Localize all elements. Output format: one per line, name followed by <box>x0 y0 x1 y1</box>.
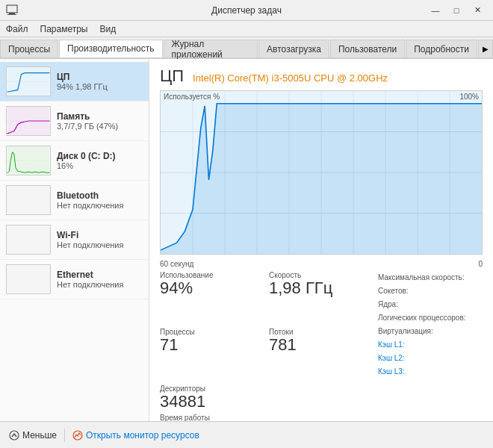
disk-value: 16% <box>57 161 116 170</box>
stat-handles-outer: Дескрипторы 34881 <box>160 385 264 411</box>
cpu-value: 94% 1,98 ГГц <box>57 82 108 91</box>
wifi-thumb <box>6 225 51 255</box>
chart-x-right: 0 <box>478 260 483 268</box>
tab-scroll-right[interactable]: ▶ <box>478 40 493 57</box>
rstat-label2: Сокетов: <box>378 284 483 298</box>
svg-point-22 <box>10 431 19 440</box>
sidebar: ЦП 94% 1,98 ГГц Память 3,7/7,9 ГБ (47%) <box>0 59 149 421</box>
rstat-label5: Виртуализация: <box>378 325 483 338</box>
maximize-button[interactable]: □ <box>447 3 466 18</box>
sidebar-item-memory[interactable]: Память 3,7/7,9 ГБ (47%) <box>0 102 149 141</box>
ethernet-info: Ethernet Нет подключения <box>57 270 123 289</box>
stat-speed-value: 1,98 ГГц <box>269 279 373 297</box>
cpu-info: ЦП 94% 1,98 ГГц <box>57 72 108 91</box>
stat-uptime: Время работы 0:00:18:02 <box>160 414 483 421</box>
stat-uptime-label: Время работы <box>160 414 483 421</box>
stats-section: Использование 94% Скорость 1,98 ГГц Макс… <box>160 271 483 421</box>
bottom-divider <box>64 429 65 442</box>
window-controls: — □ ✕ <box>426 3 487 18</box>
tabs-bar: Процессы Производительность Журнал прило… <box>0 37 493 58</box>
close-button[interactable]: ✕ <box>468 3 487 18</box>
cpu-chart: Используется % 100% <box>160 90 483 255</box>
ethernet-value: Нет подключения <box>57 280 123 289</box>
stat-processes: Процессы 71 <box>160 328 264 379</box>
bluetooth-thumb <box>6 185 51 215</box>
right-panel: ЦП Intel(R) Core(TM) i3-5005U CPU @ 2.00… <box>149 59 493 421</box>
tab-details[interactable]: Подробности <box>406 40 477 57</box>
stat-speed: Скорость 1,98 ГГц <box>269 271 373 322</box>
memory-label: Память <box>57 111 118 122</box>
main-content: ЦП 94% 1,98 ГГц Память 3,7/7,9 ГБ (47%) <box>0 58 493 421</box>
chevron-up-icon <box>9 430 19 441</box>
panel-title: ЦП <box>160 66 184 86</box>
svg-rect-0 <box>7 5 17 13</box>
panel-subtitle: Intel(R) Core(TM) i3-5005U CPU @ 2.00GHz <box>193 72 388 84</box>
ethernet-thumb <box>6 264 51 294</box>
menu-file[interactable]: Файл <box>0 21 34 37</box>
sidebar-item-wifi[interactable]: Wi-Fi Нет подключения <box>0 220 149 260</box>
memory-value: 3,7/7,9 ГБ (47%) <box>57 122 118 131</box>
sidebar-item-disk[interactable]: Диск 0 (C: D:) 16% <box>0 141 149 181</box>
ethernet-label: Ethernet <box>57 270 123 280</box>
stat-usage: Использование 94% <box>160 271 264 322</box>
bluetooth-label: Bluetooth <box>57 190 123 201</box>
memory-info: Память 3,7/7,9 ГБ (47%) <box>57 111 118 131</box>
wifi-value: Нет подключения <box>57 240 123 249</box>
disk-thumb <box>6 146 51 175</box>
title-bar-left <box>6 4 18 16</box>
chart-x-label: 60 секунд <box>160 260 193 268</box>
rstat-label8: Кэш L3: <box>378 365 483 379</box>
stat-threads-value: 781 <box>269 336 373 354</box>
monitor-icon <box>72 430 83 441</box>
stat-handles-value: 34881 <box>160 393 264 411</box>
tab-performance[interactable]: Производительность <box>59 40 162 57</box>
bluetooth-info: Bluetooth Нет подключения <box>57 190 123 210</box>
sidebar-item-cpu[interactable]: ЦП 94% 1,98 ГГц <box>0 62 149 102</box>
chart-y-max: 100% <box>459 93 479 101</box>
monitor-link[interactable]: Открыть монитор ресурсов <box>72 430 199 441</box>
tab-app-history[interactable]: Журнал приложений <box>164 40 258 57</box>
menu-view[interactable]: Вид <box>93 21 122 37</box>
cpu-label: ЦП <box>57 72 108 82</box>
stat-uptime-outer <box>269 385 373 411</box>
bluetooth-value: Нет подключения <box>57 201 123 210</box>
wifi-info: Wi-Fi Нет подключения <box>57 230 123 249</box>
tab-startup[interactable]: Автозагрузка <box>258 40 329 57</box>
title-bar: Диспетчер задач — □ ✕ <box>0 0 493 21</box>
disk-info: Диск 0 (C: D:) 16% <box>57 151 116 170</box>
chart-wrapper: Используется % 100% <box>160 90 483 255</box>
tab-processes[interactable]: Процессы <box>0 40 58 57</box>
sidebar-item-ethernet[interactable]: Ethernet Нет подключения <box>0 260 149 299</box>
tab-users[interactable]: Пользователи <box>330 40 405 57</box>
rstat-label3: Ядра: <box>378 298 483 311</box>
less-button[interactable]: Меньше <box>9 430 57 441</box>
app-icon <box>6 4 18 16</box>
stats-grid: Использование 94% Скорость 1,98 ГГц Макс… <box>160 271 483 411</box>
cpu-thumb <box>6 66 51 96</box>
rstat-label1: Максимальная скорость: <box>378 271 483 284</box>
svg-rect-1 <box>9 13 15 14</box>
window-title: Диспетчер задач <box>211 5 282 16</box>
svg-rect-2 <box>7 14 16 15</box>
rstat-label6: Кэш L1: <box>378 338 483 352</box>
right-stats: Максимальная скорость: Сокетов: Ядра: Ло… <box>378 271 483 379</box>
disk-label: Диск 0 (C: D:) <box>57 151 116 161</box>
sidebar-item-bluetooth[interactable]: Bluetooth Нет подключения <box>0 181 149 220</box>
stat-threads: Потоки 781 <box>269 328 373 379</box>
wifi-label: Wi-Fi <box>57 230 123 240</box>
menu-params[interactable]: Параметры <box>34 21 94 37</box>
panel-header: ЦП Intel(R) Core(TM) i3-5005U CPU @ 2.00… <box>160 66 483 86</box>
stat-right-col: Максимальная скорость: Сокетов: Ядра: Ло… <box>378 271 483 379</box>
bottom-bar: Меньше Открыть монитор ресурсов <box>0 421 493 448</box>
memory-thumb <box>6 106 51 136</box>
minimize-button[interactable]: — <box>426 3 445 18</box>
cpu-chart-svg <box>161 91 482 254</box>
menu-bar: Файл Параметры Вид <box>0 21 493 37</box>
stat-processes-value: 71 <box>160 336 264 354</box>
chart-y-label: Используется % <box>164 93 220 101</box>
stat-usage-value: 94% <box>160 279 264 297</box>
rstat-label7: Кэш L2: <box>378 352 483 365</box>
rstat-label4: Логических процессоров: <box>378 311 483 325</box>
stats-left: Использование 94% Скорость 1,98 ГГц Макс… <box>160 271 483 421</box>
